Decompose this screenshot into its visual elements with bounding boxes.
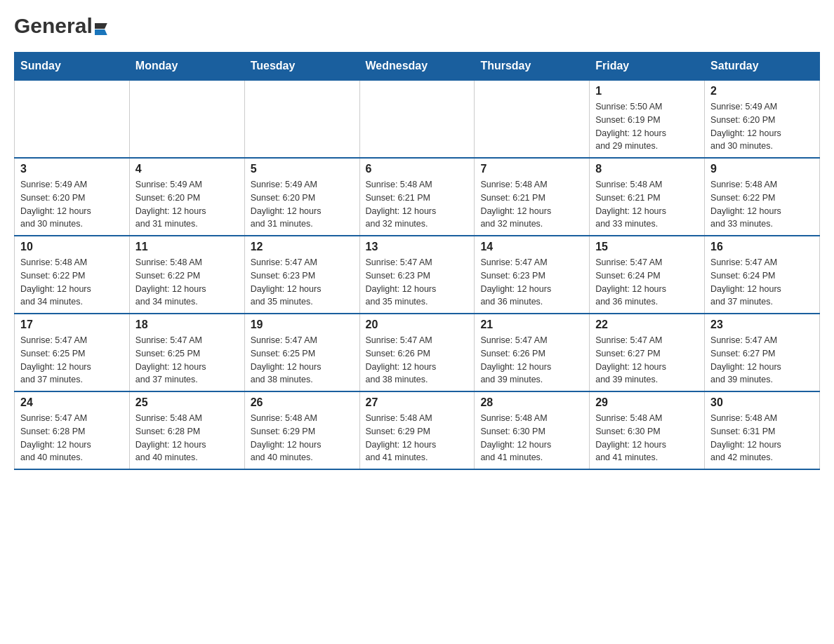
day-number: 19 (251, 318, 354, 331)
calendar-week-row: 24Sunrise: 5:47 AM Sunset: 6:28 PM Dayli… (15, 391, 820, 469)
day-info: Sunrise: 5:48 AM Sunset: 6:22 PM Dayligh… (710, 178, 814, 231)
logo: General (14, 14, 107, 38)
calendar-cell: 2Sunrise: 5:49 AM Sunset: 6:20 PM Daylig… (705, 80, 820, 158)
day-number: 2 (710, 85, 814, 98)
calendar-cell: 21Sunrise: 5:47 AM Sunset: 6:26 PM Dayli… (475, 314, 590, 391)
day-info: Sunrise: 5:47 AM Sunset: 6:25 PM Dayligh… (20, 334, 124, 387)
calendar-cell: 9Sunrise: 5:48 AM Sunset: 6:22 PM Daylig… (705, 158, 820, 236)
day-number: 3 (20, 163, 124, 175)
day-number: 22 (595, 318, 699, 331)
day-number: 25 (135, 396, 239, 409)
day-number: 26 (251, 396, 354, 409)
calendar-cell: 12Sunrise: 5:47 AM Sunset: 6:23 PM Dayli… (244, 236, 359, 314)
day-info: Sunrise: 5:48 AM Sunset: 6:21 PM Dayligh… (366, 178, 469, 231)
calendar-week-row: 1Sunrise: 5:50 AM Sunset: 6:19 PM Daylig… (15, 80, 820, 158)
logo-flag-icon (95, 23, 107, 35)
calendar-cell: 29Sunrise: 5:48 AM Sunset: 6:30 PM Dayli… (590, 391, 705, 469)
day-info: Sunrise: 5:47 AM Sunset: 6:26 PM Dayligh… (366, 334, 469, 387)
day-info: Sunrise: 5:47 AM Sunset: 6:23 PM Dayligh… (480, 256, 583, 309)
day-info: Sunrise: 5:48 AM Sunset: 6:30 PM Dayligh… (595, 412, 699, 464)
calendar-cell: 11Sunrise: 5:48 AM Sunset: 6:22 PM Dayli… (129, 236, 244, 314)
day-number: 20 (366, 318, 469, 331)
weekday-header-saturday: Saturday (705, 53, 820, 81)
day-number: 7 (480, 163, 583, 175)
calendar-cell: 1Sunrise: 5:50 AM Sunset: 6:19 PM Daylig… (590, 80, 705, 158)
calendar-table: SundayMondayTuesdayWednesdayThursdayFrid… (14, 52, 820, 470)
calendar-cell: 25Sunrise: 5:48 AM Sunset: 6:28 PM Dayli… (129, 391, 244, 469)
calendar-cell (129, 80, 244, 158)
day-info: Sunrise: 5:50 AM Sunset: 6:19 PM Dayligh… (595, 100, 699, 153)
calendar-cell: 4Sunrise: 5:49 AM Sunset: 6:20 PM Daylig… (129, 158, 244, 236)
calendar-cell: 8Sunrise: 5:48 AM Sunset: 6:21 PM Daylig… (590, 158, 705, 236)
calendar-cell: 18Sunrise: 5:47 AM Sunset: 6:25 PM Dayli… (129, 314, 244, 391)
day-number: 29 (595, 396, 699, 409)
day-number: 30 (710, 396, 814, 409)
day-info: Sunrise: 5:48 AM Sunset: 6:22 PM Dayligh… (20, 256, 124, 309)
day-info: Sunrise: 5:48 AM Sunset: 6:21 PM Dayligh… (480, 178, 583, 231)
day-number: 6 (366, 163, 469, 175)
calendar-cell (475, 80, 590, 158)
day-number: 10 (20, 241, 124, 253)
day-number: 16 (710, 241, 814, 253)
day-info: Sunrise: 5:47 AM Sunset: 6:24 PM Dayligh… (710, 256, 814, 309)
calendar-cell: 16Sunrise: 5:47 AM Sunset: 6:24 PM Dayli… (705, 236, 820, 314)
day-number: 8 (595, 163, 699, 175)
day-info: Sunrise: 5:47 AM Sunset: 6:27 PM Dayligh… (595, 334, 699, 387)
calendar-cell: 14Sunrise: 5:47 AM Sunset: 6:23 PM Dayli… (475, 236, 590, 314)
day-info: Sunrise: 5:47 AM Sunset: 6:25 PM Dayligh… (135, 334, 239, 387)
day-info: Sunrise: 5:49 AM Sunset: 6:20 PM Dayligh… (20, 178, 124, 231)
calendar-week-row: 3Sunrise: 5:49 AM Sunset: 6:20 PM Daylig… (15, 158, 820, 236)
day-number: 23 (710, 318, 814, 331)
calendar-cell: 30Sunrise: 5:48 AM Sunset: 6:31 PM Dayli… (705, 391, 820, 469)
calendar-cell: 15Sunrise: 5:47 AM Sunset: 6:24 PM Dayli… (590, 236, 705, 314)
weekday-header-thursday: Thursday (475, 53, 590, 81)
day-number: 12 (251, 241, 354, 253)
day-info: Sunrise: 5:47 AM Sunset: 6:23 PM Dayligh… (366, 256, 469, 309)
weekday-header-tuesday: Tuesday (244, 53, 359, 81)
day-number: 14 (480, 241, 583, 253)
day-number: 18 (135, 318, 239, 331)
weekday-header-monday: Monday (129, 53, 244, 81)
page-header: General (14, 14, 820, 38)
logo-general-text: General (14, 14, 93, 38)
calendar-cell: 24Sunrise: 5:47 AM Sunset: 6:28 PM Dayli… (15, 391, 130, 469)
weekday-header-sunday: Sunday (15, 53, 130, 81)
day-info: Sunrise: 5:48 AM Sunset: 6:28 PM Dayligh… (135, 412, 239, 464)
weekday-header-wednesday: Wednesday (359, 53, 475, 81)
day-number: 4 (135, 163, 239, 175)
calendar-cell (359, 80, 475, 158)
day-info: Sunrise: 5:48 AM Sunset: 6:31 PM Dayligh… (710, 412, 814, 464)
day-info: Sunrise: 5:47 AM Sunset: 6:26 PM Dayligh… (480, 334, 583, 387)
calendar-cell: 19Sunrise: 5:47 AM Sunset: 6:25 PM Dayli… (244, 314, 359, 391)
day-number: 9 (710, 163, 814, 175)
day-info: Sunrise: 5:48 AM Sunset: 6:30 PM Dayligh… (480, 412, 583, 464)
calendar-cell: 17Sunrise: 5:47 AM Sunset: 6:25 PM Dayli… (15, 314, 130, 391)
calendar-week-row: 17Sunrise: 5:47 AM Sunset: 6:25 PM Dayli… (15, 314, 820, 391)
day-info: Sunrise: 5:48 AM Sunset: 6:21 PM Dayligh… (595, 178, 699, 231)
day-info: Sunrise: 5:49 AM Sunset: 6:20 PM Dayligh… (710, 100, 814, 153)
calendar-cell (15, 80, 130, 158)
day-number: 5 (251, 163, 354, 175)
day-info: Sunrise: 5:47 AM Sunset: 6:23 PM Dayligh… (251, 256, 354, 309)
calendar-cell: 27Sunrise: 5:48 AM Sunset: 6:29 PM Dayli… (359, 391, 475, 469)
calendar-week-row: 10Sunrise: 5:48 AM Sunset: 6:22 PM Dayli… (15, 236, 820, 314)
day-number: 15 (595, 241, 699, 253)
weekday-header-friday: Friday (590, 53, 705, 81)
day-info: Sunrise: 5:48 AM Sunset: 6:29 PM Dayligh… (366, 412, 469, 464)
calendar-cell: 26Sunrise: 5:48 AM Sunset: 6:29 PM Dayli… (244, 391, 359, 469)
day-info: Sunrise: 5:47 AM Sunset: 6:28 PM Dayligh… (20, 412, 124, 464)
day-number: 28 (480, 396, 583, 409)
day-info: Sunrise: 5:47 AM Sunset: 6:24 PM Dayligh… (595, 256, 699, 309)
calendar-cell: 23Sunrise: 5:47 AM Sunset: 6:27 PM Dayli… (705, 314, 820, 391)
day-info: Sunrise: 5:48 AM Sunset: 6:22 PM Dayligh… (135, 256, 239, 309)
calendar-cell: 10Sunrise: 5:48 AM Sunset: 6:22 PM Dayli… (15, 236, 130, 314)
day-number: 24 (20, 396, 124, 409)
day-info: Sunrise: 5:49 AM Sunset: 6:20 PM Dayligh… (251, 178, 354, 231)
weekday-header-row: SundayMondayTuesdayWednesdayThursdayFrid… (15, 53, 820, 81)
day-number: 17 (20, 318, 124, 331)
day-info: Sunrise: 5:47 AM Sunset: 6:27 PM Dayligh… (710, 334, 814, 387)
day-number: 1 (595, 85, 699, 98)
day-number: 13 (366, 241, 469, 253)
day-info: Sunrise: 5:49 AM Sunset: 6:20 PM Dayligh… (135, 178, 239, 231)
calendar-cell: 13Sunrise: 5:47 AM Sunset: 6:23 PM Dayli… (359, 236, 475, 314)
